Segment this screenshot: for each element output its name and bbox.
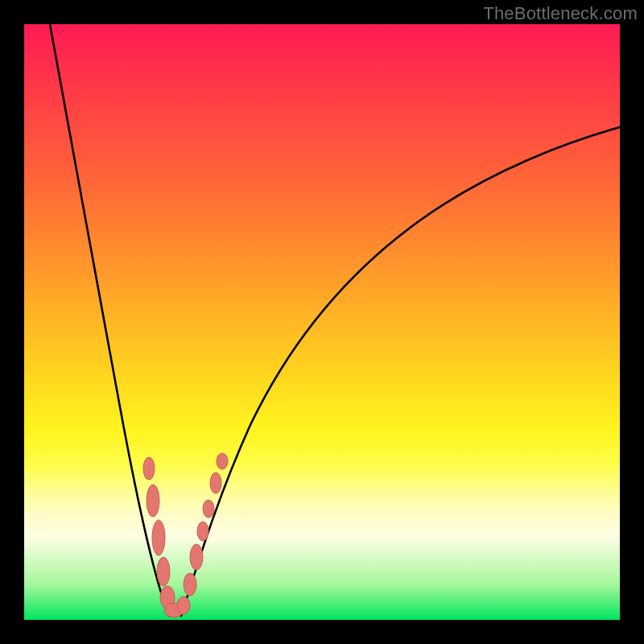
marker [177, 597, 190, 614]
plot-area [24, 24, 620, 620]
marker [210, 473, 221, 493]
marker [152, 520, 165, 555]
chart-frame: TheBottleneck.com [0, 0, 644, 644]
marker [217, 453, 228, 469]
marker [143, 457, 155, 480]
marker [157, 557, 170, 586]
marker [190, 544, 203, 570]
marker-cluster [143, 453, 228, 617]
marker [184, 573, 196, 596]
marker [197, 522, 208, 541]
curve-right-branch [181, 127, 620, 616]
marker [203, 500, 214, 518]
curve-left-branch [50, 24, 169, 616]
watermark-text: TheBottleneck.com [483, 3, 638, 24]
marker [147, 485, 159, 517]
curve-layer [24, 24, 620, 620]
